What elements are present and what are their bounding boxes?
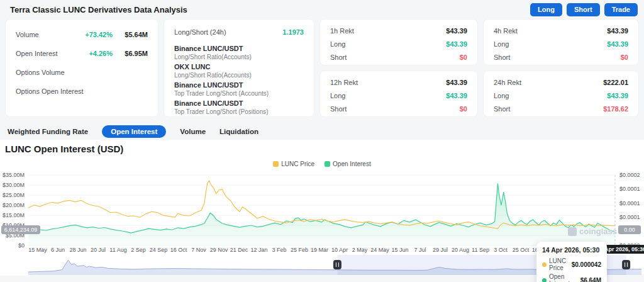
navigator-handle-left[interactable] [333, 260, 341, 269]
rekt-label: Long [494, 40, 509, 48]
stat-value [113, 87, 148, 95]
rekt-row: 4h Rekt$43.39 [494, 27, 628, 35]
coinglass-logo-icon [568, 227, 577, 236]
chart-section-title: LUNC Open Interest (USD) [5, 144, 123, 154]
x-axis-label: 16 Oct [170, 247, 187, 253]
x-axis-label: 15 Jun [391, 247, 408, 253]
ratio-item-title: OKX LUNC [174, 63, 304, 70]
tab-weighted-funding-rate[interactable]: Weighted Funding Rate [8, 125, 88, 138]
crosshair-value-badge-right: 0.00 [618, 225, 641, 234]
ratio-list-item[interactable]: Binance LUNC/USDTLong/Short Ratio(Accoun… [174, 45, 304, 60]
rekt-row: 12h Rekt$43.39 [330, 79, 467, 86]
rekt-row: Long$43.39 [330, 40, 467, 48]
rekt-label: 1h Rekt [330, 27, 354, 35]
rekt-label: 24h Rekt [494, 79, 521, 86]
stat-row: Volume+73.42%$5.64M [16, 31, 148, 38]
rekt-value: $43.39 [446, 40, 467, 48]
x-axis-label: 11 Sep [472, 247, 489, 253]
x-axis-label: 10 Apr [331, 247, 348, 253]
rekt-value: $0 [460, 54, 467, 61]
derivatives-analysis-page: Terra Classic LUNC Derivatives Data Anal… [0, 0, 644, 282]
rekt-row: Long$43.39 [494, 40, 628, 48]
ratio-list-item[interactable]: OKX LUNCLong/Short Ratio(Accounts) [174, 63, 304, 79]
stat-label: Options Volume [16, 69, 65, 76]
stat-row: Options Open Interest [16, 87, 148, 95]
rekt-value: $43.39 [607, 27, 628, 35]
rekt-label: Long [494, 92, 509, 99]
rekt-row: Long$43.39 [330, 92, 467, 99]
ratio-item-subtitle: Long/Short Ratio(Accounts) [174, 54, 304, 60]
x-axis-label: 2 Sep [131, 247, 146, 253]
stat-value: $6.95M [113, 50, 148, 57]
trade-button[interactable]: Trade [604, 3, 638, 16]
ratio-item-subtitle: Top Trader Long/Short (Accounts) [174, 90, 304, 97]
rekt-value: $222.01 [603, 79, 628, 86]
x-axis-label: 6 Jun [51, 247, 65, 253]
x-axis-label: 2 May [352, 247, 368, 253]
stat-label: Volume [16, 31, 39, 38]
rekt-value: $43.39 [446, 92, 467, 99]
stat-label: Options Open Interest [16, 87, 84, 95]
coinglass-watermark: coinglass [568, 227, 617, 236]
x-axis-label: 29 Jul [433, 247, 448, 253]
rekt-card-1h: 1h Rekt$43.39Long$43.39Short$0 [319, 19, 478, 65]
ratio-list-item[interactable]: Binance LUNC/USDTTop Trader Long/Short (… [174, 81, 304, 97]
long-button[interactable]: Long [530, 3, 562, 16]
x-axis-label: 20 Jul [91, 247, 106, 253]
ratio-item-title: Binance LUNC/USDT [174, 45, 304, 52]
tooltip-series-value: $6.64M [580, 277, 601, 282]
x-axis-label: 19 Mar [311, 247, 328, 253]
x-axis-label: 7 Nov [191, 247, 206, 253]
rekt-value: $43.39 [607, 40, 628, 48]
stat-change: +73.42% [85, 31, 113, 38]
tooltip-series-label: LUNC Price [549, 257, 569, 271]
rekt-row: 1h Rekt$43.39 [330, 27, 467, 35]
rekt-card-4h: 4h Rekt$43.39Long$43.39Short$0 [483, 19, 639, 65]
x-axis-label: 12 Jan [250, 247, 267, 253]
ratio-list-item[interactable]: Binance LUNC/USDTTop Trader Long/Short (… [174, 99, 304, 115]
rekt-row: Short$0 [330, 54, 467, 61]
stat-row: Open Interest+4.26%$6.95M [16, 50, 148, 57]
x-axis-label: 25 Oct [513, 247, 530, 253]
y-axis-left-label: $0 [18, 242, 25, 249]
ratio-item-title: Binance LUNC/USDT [174, 99, 304, 107]
stat-change: +4.26% [89, 50, 113, 57]
navigator-handle-right[interactable] [622, 260, 630, 269]
rekt-value: $0 [621, 54, 628, 61]
rekt-row: Short$0 [330, 105, 467, 113]
rekt-value: $0 [460, 105, 467, 113]
y-axis-right-label: $0.0002 [619, 172, 640, 178]
x-axis-label: 15 May [28, 247, 47, 253]
tooltip-series-label: Open Interest [549, 273, 578, 282]
y-axis-left-label: $30.00M [3, 182, 25, 188]
long-short-ratio-card: Long/Short (24h) 1.1973 Binance LUNC/USD… [164, 19, 314, 117]
rekt-row: Short$0 [494, 54, 628, 61]
tab-volume[interactable]: Volume [180, 125, 206, 138]
tooltip-row: Open Interest$6.64M [542, 273, 601, 282]
ratio-item-subtitle: Top Trader Long/Short (Positions) [174, 108, 304, 115]
rekt-row: Long$43.39 [494, 92, 628, 99]
rekt-label: Short [494, 54, 510, 61]
chart-tabs: Weighted Funding RateOpen InterestVolume… [8, 124, 258, 139]
x-axis-label: 29 Nov [210, 247, 228, 253]
rekt-label: Short [330, 105, 347, 113]
x-axis-label: 24 Sep [150, 247, 168, 253]
x-axis-label: 11 Aug [109, 247, 126, 253]
y-axis-right-label: $0.0001 [619, 186, 640, 192]
y-axis-left-label: $15.00M [3, 212, 25, 218]
tooltip-row: LUNC Price$0.000042 [542, 257, 601, 271]
rekt-label: Short [494, 105, 510, 113]
stat-label: Open Interest [16, 50, 58, 57]
rekt-label: 12h Rekt [330, 79, 358, 86]
tab-open-interest[interactable]: Open Interest [102, 125, 166, 138]
x-axis-label: 28 Jun [69, 247, 86, 253]
short-button[interactable]: Short [567, 3, 600, 16]
rekt-card-12h: 12h Rekt$43.39Long$43.39Short$0 [319, 70, 478, 117]
tab-liquidation[interactable]: Liquidation [219, 125, 258, 138]
chart-tooltip: 14 Apr 2026, 05:30 LUNC Price$0.000042Op… [536, 242, 607, 282]
rekt-value: $43.39 [446, 79, 467, 86]
rekt-label: Long [330, 92, 345, 99]
stat-value: $5.64M [113, 31, 148, 38]
volume-stats-card: Volume+73.42%$5.64MOpen Interest+4.26%$6… [5, 19, 158, 117]
rekt-value: $43.39 [607, 92, 628, 99]
